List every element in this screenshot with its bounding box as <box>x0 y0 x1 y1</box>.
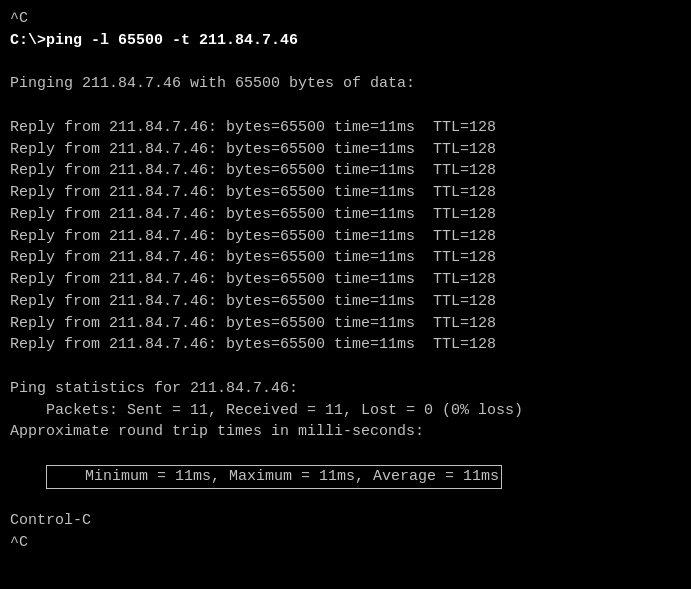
reply-line-2: Reply from 211.84.7.46: bytes=65500 time… <box>10 139 681 161</box>
control-c-line: Control-C <box>10 510 681 532</box>
pinging-line: Pinging 211.84.7.46 with 65500 bytes of … <box>10 73 681 95</box>
empty-line-3 <box>10 356 681 378</box>
reply-line-10: Reply from 211.84.7.46: bytes=65500 time… <box>10 313 681 335</box>
approx-line: Approximate round trip times in milli-se… <box>10 421 681 443</box>
reply-line-9: Reply from 211.84.7.46: bytes=65500 time… <box>10 291 681 313</box>
reply-line-8: Reply from 211.84.7.46: bytes=65500 time… <box>10 269 681 291</box>
reply-line-6: Reply from 211.84.7.46: bytes=65500 time… <box>10 226 681 248</box>
stats-header-line: Ping statistics for 211.84.7.46: <box>10 378 681 400</box>
ctrl-c-line-1: ^C <box>10 8 681 30</box>
minmax-line: Minimum = 11ms, Maximum = 11ms, Average … <box>10 443 681 510</box>
reply-line-5: Reply from 211.84.7.46: bytes=65500 time… <box>10 204 681 226</box>
command-line: C:\>ping -l 65500 -t 211.84.7.46 <box>10 30 681 52</box>
reply-line-7: Reply from 211.84.7.46: bytes=65500 time… <box>10 247 681 269</box>
reply-line-4: Reply from 211.84.7.46: bytes=65500 time… <box>10 182 681 204</box>
stats-packets-line: Packets: Sent = 11, Received = 11, Lost … <box>10 400 681 422</box>
empty-line-1 <box>10 52 681 74</box>
reply-line-11: Reply from 211.84.7.46: bytes=65500 time… <box>10 334 681 356</box>
reply-line-3: Reply from 211.84.7.46: bytes=65500 time… <box>10 160 681 182</box>
ctrl-c-line-2: ^C <box>10 532 681 554</box>
empty-line-2 <box>10 95 681 117</box>
terminal-window: ^C C:\>ping -l 65500 -t 211.84.7.46 Ping… <box>0 0 691 589</box>
minmax-box: Minimum = 11ms, Maximum = 11ms, Average … <box>46 465 502 489</box>
reply-line-1: Reply from 211.84.7.46: bytes=65500 time… <box>10 117 681 139</box>
